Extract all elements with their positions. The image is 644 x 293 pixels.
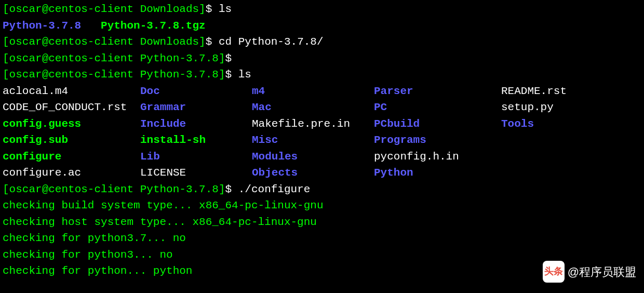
prompt-bracket-close: ] [199, 3, 206, 15]
configure-output: checking for python3.7... no [3, 230, 641, 247]
ls-entry: Include [140, 116, 252, 132]
command-ls: ls [219, 3, 232, 15]
ls-entry: pyconfig.h.in [374, 149, 501, 165]
ls-entry: Makefile.pre.in [252, 116, 374, 132]
terminal-line: [oscar@centos-client Python-3.7.8]$ ls [3, 66, 641, 83]
prompt-user: oscar [9, 3, 42, 15]
terminal-line: [oscar@centos-client Downloads]$ ls [3, 1, 641, 18]
ls-entry: install-sh [140, 132, 252, 149]
ls-entry: Misc [252, 132, 374, 149]
prompt-host: centos-client [48, 3, 133, 15]
ls-entry: Tools [501, 116, 641, 132]
ls-entry-file: Python-3.7.8.tgz [101, 20, 206, 32]
ls-entry: Lib [140, 149, 252, 165]
ls-entry: Doc [140, 83, 252, 100]
ls-entry: Objects [252, 165, 374, 181]
terminal-line: [oscar@centos-client Python-3.7.8]$ [3, 50, 641, 67]
prompt-bracket-open: [ [3, 3, 9, 15]
prompt-dir: Downloads [140, 3, 199, 15]
ls-entry: PC [374, 99, 501, 116]
ls-entry: Grammar [140, 99, 252, 116]
ls-entry: Modules [252, 149, 374, 165]
ls-entry: config.guess [3, 116, 140, 132]
ls-entry: README.rst [501, 83, 641, 100]
ls-entry: aclocal.m4 [3, 83, 140, 100]
ls-entry: CODE_OF_CONDUCT.rst [3, 99, 140, 116]
ls-entry: Programs [374, 132, 501, 149]
ls-entry-dir: Python-3.7.8 [3, 20, 81, 32]
configure-output: checking build system type... x86_64-pc-… [3, 197, 641, 214]
watermark-icon: 头条 [543, 261, 565, 283]
command-cd: cd Python-3.7.8/ [219, 36, 324, 48]
terminal-line: [oscar@centos-client Downloads]$ cd Pyth… [3, 34, 641, 50]
watermark-text: @程序员联盟 [568, 263, 636, 281]
watermark: 头条 @程序员联盟 [543, 261, 636, 283]
prompt-dollar: $ [206, 3, 219, 15]
ls-entry: configure.ac [3, 165, 140, 181]
ls-entry: config.sub [3, 132, 140, 149]
command-ls: ls [238, 69, 251, 81]
terminal-line: Python-3.7.8 Python-3.7.8.tgz [3, 18, 641, 34]
ls-listing: aclocal.m4 Doc m4 Parser README.rst CODE… [3, 83, 641, 181]
ls-entry: m4 [252, 83, 374, 100]
configure-output: checking host system type... x86_64-pc-l… [3, 214, 641, 231]
ls-entry: Parser [374, 83, 501, 100]
ls-entry: configure [3, 149, 140, 165]
prompt-at: @ [42, 3, 49, 15]
ls-entry: LICENSE [140, 165, 252, 181]
ls-entry: PCbuild [374, 116, 501, 132]
ls-entry: Python [374, 165, 501, 181]
ls-entry: setup.py [501, 99, 641, 116]
ls-entry: Mac [252, 99, 374, 116]
command-configure: ./configure [238, 183, 311, 195]
terminal-line: [oscar@centos-client Python-3.7.8]$ ./co… [3, 181, 641, 198]
